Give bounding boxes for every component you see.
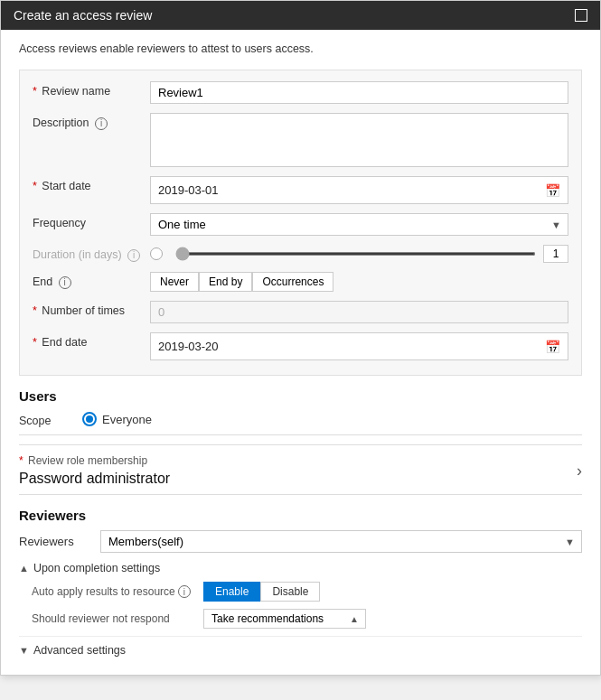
review-name-row: * Review name [33, 81, 568, 104]
scope-label: Scope [19, 411, 82, 427]
scope-value: Everyone [102, 413, 152, 426]
number-of-times-input[interactable] [150, 301, 568, 323]
required-star-times: * [33, 304, 37, 317]
review-role-content: * Review role membership Password admini… [19, 454, 170, 487]
review-name-input[interactable] [150, 81, 568, 104]
auto-apply-row: Auto apply results to resource i Enable … [32, 582, 582, 602]
duration-info-icon[interactable]: i [127, 249, 140, 262]
duration-slider[interactable] [175, 252, 536, 256]
review-role-value: Password administrator [19, 471, 170, 487]
required-star-name: * [33, 85, 37, 98]
frequency-select-wrapper: One time Weekly Monthly Quarterly Annual… [150, 213, 568, 236]
window-title: Create an access review [14, 8, 152, 23]
end-endby-button[interactable]: End by [199, 272, 252, 292]
frequency-label: Frequency [33, 213, 150, 229]
end-date-label: * End date [33, 332, 150, 349]
duration-row: Duration (in days) i 1 [33, 245, 568, 263]
start-date-wrapper: 📅 [150, 176, 568, 204]
required-star-date: * [33, 180, 37, 192]
description-input[interactable] [150, 113, 568, 167]
frequency-select[interactable]: One time Weekly Monthly Quarterly Annual… [150, 213, 568, 236]
form-content: Access reviews enable reviewers to attes… [1, 30, 600, 675]
end-date-row: * End date 📅 [33, 332, 568, 360]
not-respond-row: Should reviewer not respond Take recomme… [32, 609, 582, 629]
reviewers-select[interactable]: Members(self) Selected users Managers [100, 530, 582, 553]
not-respond-select[interactable]: Take recommendations No change Remove ac… [203, 609, 366, 629]
auto-apply-toggle-group: Enable Disable [203, 582, 320, 602]
completion-toggle[interactable]: ▲ Upon completion settings [19, 562, 582, 574]
duration-label: Duration (in days) i [33, 245, 150, 262]
end-row: End i Never End by Occurrences [33, 272, 568, 292]
main-window: Create an access review Access reviews e… [0, 0, 601, 676]
end-label: End i [33, 272, 150, 289]
end-buttons-group: Never End by Occurrences [150, 272, 568, 292]
review-role-chevron-icon: › [577, 462, 582, 481]
number-of-times-label: * Number of times [33, 301, 150, 317]
frequency-row: Frequency One time Weekly Monthly Quarte… [33, 213, 568, 236]
form-section: * Review name Description i * Start date [19, 70, 582, 376]
end-date-calendar-icon[interactable]: 📅 [545, 340, 560, 354]
not-respond-label: Should reviewer not respond [32, 612, 203, 625]
end-occurrences-button[interactable]: Occurrences [252, 272, 333, 292]
end-never-button[interactable]: Never [150, 272, 199, 292]
description-row: Description i [33, 113, 568, 167]
advanced-toggle-icon: ▼ [19, 645, 29, 656]
completion-toggle-icon: ▲ [19, 563, 29, 574]
end-info-icon[interactable]: i [59, 276, 71, 289]
review-name-label: * Review name [33, 81, 150, 98]
auto-apply-label: Auto apply results to resource i [32, 585, 203, 598]
end-date-input[interactable] [158, 336, 541, 357]
users-section-title: Users [19, 388, 582, 404]
number-of-times-row: * Number of times [33, 301, 568, 323]
auto-apply-enable-button[interactable]: Enable [203, 582, 260, 602]
required-star-role: * [19, 454, 23, 467]
auto-apply-info-icon[interactable]: i [178, 585, 191, 598]
start-date-label: * Start date [33, 176, 150, 192]
description-label: Description i [33, 113, 150, 130]
start-date-input[interactable] [158, 180, 541, 201]
advanced-label: Advanced settings [33, 644, 126, 657]
users-divider [19, 434, 582, 435]
title-bar: Create an access review [1, 1, 600, 30]
duration-slider-row: 1 [150, 245, 568, 263]
advanced-settings-toggle[interactable]: ▼ Advanced settings [19, 636, 582, 657]
start-date-calendar-icon[interactable]: 📅 [545, 183, 560, 198]
scope-row: Scope Everyone [19, 411, 582, 427]
auto-apply-disable-button[interactable]: Disable [260, 582, 320, 602]
duration-value: 1 [543, 245, 568, 263]
review-role-required-label: * Review role membership [19, 454, 170, 467]
review-role-row[interactable]: * Review role membership Password admini… [19, 444, 582, 495]
reviewers-section: Reviewers Reviewers Members(self) Select… [19, 508, 582, 657]
reviewers-select-row: Reviewers Members(self) Selected users M… [19, 530, 582, 553]
completion-content: Auto apply results to resource i Enable … [32, 582, 582, 629]
not-respond-select-wrapper: Take recommendations No change Remove ac… [203, 609, 366, 629]
reviewers-section-title: Reviewers [19, 508, 582, 523]
description-info-icon[interactable]: i [95, 117, 108, 130]
completion-label: Upon completion settings [33, 562, 160, 574]
reviewers-label: Reviewers [19, 535, 100, 548]
required-star-enddate: * [33, 336, 37, 349]
scope-radio[interactable] [82, 412, 97, 426]
subtitle-text: Access reviews enable reviewers to attes… [19, 42, 582, 55]
start-date-row: * Start date 📅 [33, 176, 568, 204]
reviewers-select-wrapper: Members(self) Selected users Managers ▼ [100, 530, 582, 553]
maximize-icon[interactable] [575, 9, 587, 22]
end-date-wrapper: 📅 [150, 332, 568, 360]
duration-radio[interactable] [150, 247, 163, 260]
